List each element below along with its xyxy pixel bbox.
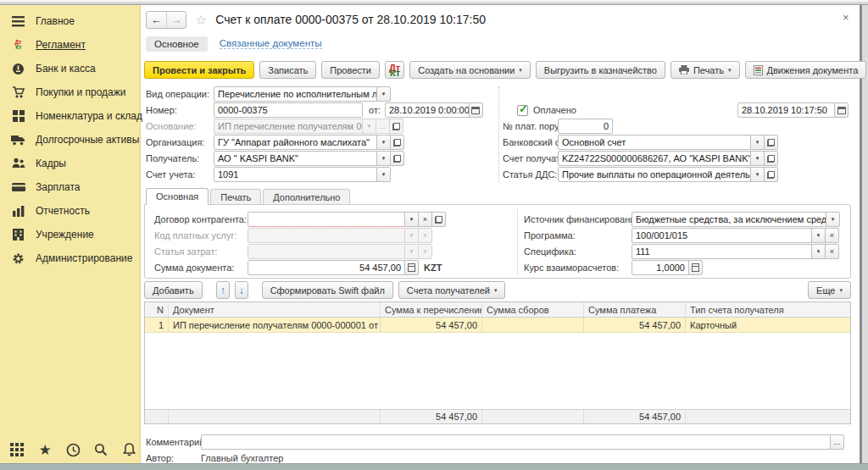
favorites-icon[interactable]: ★ [36,441,53,458]
col-header-fees-sum[interactable]: Сумма сборов [482,302,584,317]
combo-arrow-icon[interactable]: ▾ [750,167,765,182]
sidebar-item-nomenklatura[interactable]: Номенклатура и склад [0,104,140,128]
paid-date-field[interactable]: 28.10.2019 10:17:50 [737,102,835,118]
history-icon[interactable] [64,441,81,458]
sidebar-item-aktivy[interactable]: Долгосрочные активы [0,128,140,152]
dds-item-field[interactable]: Прочие выплаты по операционной деятельно… [558,167,751,182]
program-field[interactable]: 100/001/015 [632,228,812,243]
open-link-icon[interactable] [390,151,404,166]
col-header-account-type[interactable]: Тип счета получателя [686,302,850,317]
sidebar-item-uchrezhdenie[interactable]: Учреждение [0,223,140,246]
number-field[interactable]: 0000-00375 [214,102,363,118]
open-link-icon[interactable] [390,135,404,150]
forward-button[interactable]: → [166,12,186,28]
recipient-field[interactable]: АО " KASPI BANK" [214,151,377,166]
account-field[interactable]: 1091 [214,167,377,182]
save-button[interactable]: Записать [259,61,316,79]
clear-icon[interactable]: × [825,228,839,243]
upload-treasury-button[interactable]: Выгрузить в казначейство [536,61,665,79]
sidebar-item-otchetnost[interactable]: Отчетность [0,199,140,223]
combo-arrow-icon[interactable]: ▾ [404,228,419,243]
bank-account-field[interactable]: Основной счет [558,135,751,150]
comment-expand-icon[interactable]: … [830,434,844,450]
contract-field[interactable] [248,212,405,227]
combo-arrow-icon[interactable]: ▾ [362,119,376,134]
dtkt-button[interactable]: ДтКт [385,61,404,79]
organization-field[interactable]: ГУ "Аппарат районного маслихата" [214,135,377,150]
combo-arrow-icon[interactable]: ▾ [750,151,765,166]
add-row-button[interactable]: Добавить [144,281,203,299]
post-and-close-button[interactable]: Провести и закрыть [144,61,254,79]
move-down-button[interactable]: ↓ [235,281,248,299]
all-functions-icon[interactable] [8,441,25,458]
notifications-icon[interactable] [120,441,137,458]
col-header-payment-sum[interactable]: Сумма платежа [584,302,686,317]
paid-checkbox[interactable]: ✓ [517,105,528,116]
tab-osnovnoe[interactable]: Основное [146,36,208,52]
basis-field[interactable]: ИП перечисление получателям 0000-000001 … [214,119,363,134]
open-link-icon[interactable] [764,151,778,166]
calculator-icon[interactable] [688,260,703,275]
combo-arrow-icon[interactable]: ▾ [376,86,391,102]
calculator-icon[interactable] [404,260,419,275]
comment-field[interactable] [201,434,831,450]
recipient-accounts-button[interactable]: Счета получателей▾ [398,281,506,299]
date-field[interactable]: 28.10.2019 0:00:00 [385,102,470,118]
back-button[interactable]: ← [147,12,166,28]
doc-movements-button[interactable]: Движения документа [745,61,867,79]
move-up-button[interactable]: ↑ [216,281,230,299]
swift-file-button[interactable]: Сформировать Swift файл [262,281,393,299]
tab-pechat[interactable]: Печать [210,189,261,205]
combo-arrow-icon[interactable]: ▾ [750,135,765,150]
calendar-icon[interactable] [469,102,483,118]
combo-arrow-icon[interactable]: ▾ [376,135,391,150]
doc-sum-field[interactable]: 54 457,00 [248,260,405,275]
open-link-icon[interactable] [431,212,446,227]
sidebar-item-administrirovanie[interactable]: Администрирование [0,246,140,270]
sidebar-item-reglament[interactable]: ДтКт Регламент [0,33,140,57]
combo-arrow-icon[interactable]: ▾ [376,167,391,182]
print-button[interactable]: Печать▾ [670,61,740,79]
open-link-icon[interactable] [389,119,403,134]
ellipsis-icon[interactable]: … [376,119,390,134]
operation-type-field[interactable]: Перечисление по исполнительным листам [214,86,377,102]
open-link-icon[interactable] [764,135,778,150]
combo-arrow-icon[interactable]: ▾ [811,244,826,259]
create-based-on-button[interactable]: Создать на основании▾ [409,61,531,79]
table-row[interactable]: 1 ИП перечисление получателям 0000-00000… [145,318,850,333]
post-button[interactable]: Провести [321,61,380,79]
col-header-n[interactable]: N [145,302,169,317]
combo-arrow-icon[interactable]: ▾ [376,151,391,166]
search-icon[interactable] [92,441,109,458]
clear-icon[interactable]: × [418,244,432,259]
clear-icon[interactable]: × [418,228,432,243]
paid-services-field[interactable] [248,228,405,243]
combo-arrow-icon[interactable]: ▾ [826,212,840,227]
calendar-icon[interactable] [834,102,849,118]
combo-arrow-icon[interactable]: ▾ [811,228,826,243]
col-header-transfer-sum[interactable]: Сумма к перечислению [381,302,482,317]
clear-icon[interactable]: × [825,244,839,259]
clear-icon[interactable]: × [418,212,432,227]
grid-more-button[interactable]: Еще▾ [808,281,851,299]
tab-osnovnaya[interactable]: Основная [146,188,209,205]
sidebar-item-glavnoe[interactable]: Главное [0,9,140,33]
recipient-account-field[interactable]: KZ24722S000000686267, АО "KASPI BANK" [558,151,751,166]
sidebar-item-zarplata[interactable]: Зарплата [0,175,140,199]
sidebar-item-kadry[interactable]: Кадры [0,152,140,175]
pay-order-field[interactable]: 0 [558,119,613,134]
specifics-field[interactable]: 111 [632,244,812,259]
favorite-star-icon[interactable]: ☆ [195,12,207,28]
close-icon[interactable]: × [843,11,849,24]
open-link-icon[interactable] [764,167,778,182]
tab-related-documents[interactable]: Связанные документы [220,38,322,49]
cost-item-field[interactable] [248,244,405,259]
rate-field[interactable]: 1,0000 [632,260,689,275]
sidebar-item-pokupki[interactable]: Покупки и продажи [0,80,140,104]
col-header-document[interactable]: Документ [169,302,381,317]
tab-dopolnitelno[interactable]: Дополнительно [263,189,350,205]
sidebar-item-bank-kassa[interactable]: Банк и касса [0,57,140,80]
combo-arrow-icon[interactable]: ▾ [404,244,419,259]
funding-field[interactable]: Бюджетные средства, за исключением средс… [632,212,826,227]
combo-arrow-icon[interactable]: ▾ [404,212,419,227]
